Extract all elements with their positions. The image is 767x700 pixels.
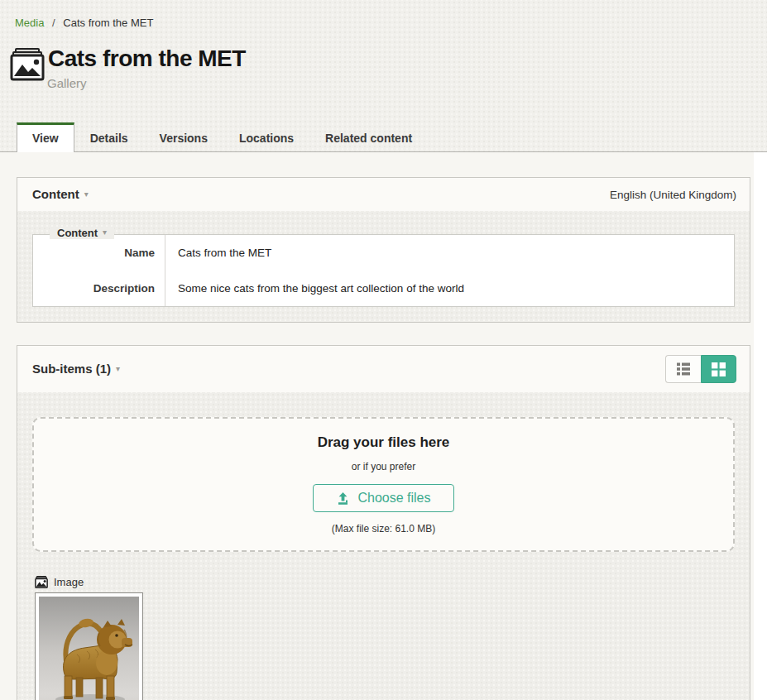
lion-statue-image (39, 597, 139, 700)
grid-view-icon (711, 362, 726, 377)
caret-down-icon: ▾ (116, 364, 120, 373)
tab-related-content[interactable]: Related content (309, 122, 428, 153)
title-row: Cats from the MET (10, 46, 246, 81)
fieldset-legend[interactable]: Content▾ (50, 227, 114, 239)
field-row-name: Name Cats from the MET (33, 235, 734, 271)
language-label: English (United Kingdom) (610, 189, 736, 201)
field-value-description: Some nice cats from the biggest art coll… (178, 282, 726, 295)
page-title: Cats from the MET (48, 46, 246, 72)
max-file-size-note: (Max file size: 61.0 MB) (34, 523, 733, 535)
choose-files-button[interactable]: Choose files (313, 484, 453, 512)
list-view-icon (675, 361, 692, 377)
breadcrumb-current: Cats from the MET (63, 17, 153, 29)
content-section: Content▾ English (United Kingdom) Conten… (17, 177, 750, 323)
fieldset-legend-label: Content (57, 227, 98, 239)
breadcrumb: Media / Cats from the MET (15, 17, 153, 29)
content-fieldset: Content▾ Name Cats from the MET Descript… (32, 234, 735, 307)
main-content: Content▾ English (United Kingdom) Conten… (0, 152, 754, 700)
list-view-button[interactable] (665, 355, 701, 383)
subitems-section-header: Sub-items (1)▾ (17, 346, 750, 392)
dropzone-title: Drag your files here (34, 434, 733, 451)
tab-bar: View Details Versions Locations Related … (17, 122, 428, 152)
tab-details[interactable]: Details (74, 122, 144, 153)
subitem-type-row: Image (34, 576, 735, 588)
breadcrumb-link-media[interactable]: Media (15, 17, 44, 29)
caret-down-icon: ▾ (84, 189, 89, 199)
tab-view[interactable]: View (17, 122, 74, 153)
view-toggle-group (665, 355, 736, 383)
caret-down-icon: ▾ (103, 228, 107, 237)
field-row-description: Description Some nice cats from the bigg… (33, 271, 734, 306)
field-label-description: Description (33, 271, 165, 306)
subitems-section-title[interactable]: Sub-items (1) (32, 362, 111, 376)
grid-view-button[interactable] (701, 355, 736, 383)
subitem-thumbnail[interactable] (35, 592, 143, 700)
content-section-header: Content▾ English (United Kingdom) (17, 178, 750, 211)
gallery-icon (10, 48, 45, 81)
content-section-title[interactable]: Content (32, 187, 79, 201)
breadcrumb-separator: / (52, 17, 55, 29)
page-header: Media / Cats from the MET Cats from the … (0, 0, 767, 152)
choose-files-label: Choose files (357, 491, 430, 506)
page-subtitle: Gallery (47, 76, 87, 90)
content-section-body: Content▾ Name Cats from the MET Descript… (17, 211, 750, 322)
tab-locations[interactable]: Locations (223, 122, 309, 153)
tab-versions[interactable]: Versions (144, 122, 223, 153)
field-label-name: Name (33, 235, 165, 271)
subitems-section: Sub-items (1)▾ (17, 345, 750, 700)
subitem-type-label: Image (54, 576, 84, 588)
dropzone-subtitle: or if you prefer (34, 461, 733, 472)
file-dropzone[interactable]: Drag your files here or if you prefer Ch… (32, 417, 735, 552)
field-value-name: Cats from the MET (178, 247, 726, 259)
image-icon (34, 576, 49, 588)
upload-icon (336, 491, 350, 506)
subitems-section-body: Drag your files here or if you prefer Ch… (17, 392, 750, 700)
